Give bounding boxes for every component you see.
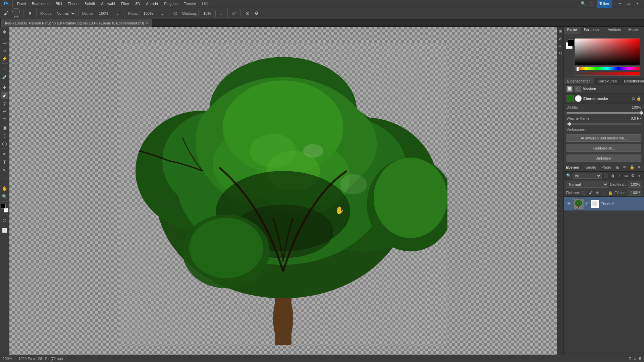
menu-bild[interactable]: Bild xyxy=(53,1,64,6)
tool-screen-mode[interactable]: ⬜ xyxy=(1,227,8,234)
tool-magic-wand[interactable]: ⚡ xyxy=(1,55,8,62)
tool-eraser[interactable]: ◻ xyxy=(1,116,8,123)
alpha-slider[interactable] xyxy=(575,72,640,76)
lock-position-btn[interactable]: ✥ xyxy=(595,190,600,196)
menu-filter[interactable]: Filter xyxy=(118,1,132,6)
tool-quick-mask[interactable]: ◎ xyxy=(1,216,8,224)
tool-history-brush[interactable]: ↩ xyxy=(1,108,8,115)
lock-pixels-btn[interactable]: 🖌 xyxy=(588,190,593,196)
tool-dodge[interactable]: ◯ xyxy=(1,140,8,147)
menu-fenster[interactable]: Fenster xyxy=(181,1,199,6)
filter-toggle[interactable]: ● xyxy=(637,173,642,178)
blend-mode-select[interactable]: Normal xyxy=(566,181,608,188)
dichte-options-icon[interactable]: ⌄ xyxy=(114,9,122,17)
farbbereich-btn[interactable]: Farbbereich... xyxy=(567,144,641,152)
layers-lock-icon[interactable]: 🔒 xyxy=(629,164,635,170)
opacity-input[interactable] xyxy=(628,181,642,188)
layers-strip-icon[interactable]: ≡ xyxy=(558,43,563,48)
filter-text-icon[interactable]: T xyxy=(616,173,622,178)
ebenenmaske-options-btn[interactable]: ⧉ xyxy=(632,96,635,101)
share-btn[interactable]: Teilen xyxy=(597,0,612,8)
dichte-slider[interactable] xyxy=(567,112,641,114)
tool-hand[interactable]: ✋ xyxy=(1,185,8,192)
layers-tab-kanaele[interactable]: Kanäle xyxy=(585,165,596,169)
tool-pen[interactable]: ✒ xyxy=(1,150,8,158)
status-grid-icon[interactable]: ⊞ xyxy=(638,356,641,361)
tool-heal[interactable]: ✚ xyxy=(1,83,8,91)
brush-options-icon[interactable]: ≡ xyxy=(26,9,34,17)
extra-icon[interactable]: ⚙ xyxy=(253,9,261,17)
layers-tab-ebenen[interactable]: Ebenen xyxy=(566,165,579,169)
layer-item-0[interactable]: 👁 🔗 xyxy=(564,197,644,211)
maximize-btn[interactable]: □ xyxy=(625,0,633,8)
ebenenmaske-section-header[interactable]: Ebenenmaske ⧉ 🔒 xyxy=(564,94,644,104)
tool-eyedropper[interactable]: 💉 xyxy=(1,73,8,80)
prop-tab-korrekturen[interactable]: Korrekturen xyxy=(594,78,621,84)
tool-shape[interactable]: ▭ xyxy=(1,174,8,182)
workspace-icon[interactable]: ⬛ xyxy=(588,0,596,8)
fg-color-swatch[interactable] xyxy=(1,204,6,208)
masken-section-header[interactable]: ⬜ ◯ Masken xyxy=(564,84,644,94)
filter-search-icon[interactable]: 🔍 xyxy=(566,173,571,178)
tool-zoom[interactable]: 🔍 xyxy=(1,193,8,200)
fluss-input[interactable] xyxy=(140,10,157,17)
brush-preview[interactable]: ○ xyxy=(12,8,20,15)
tool-crop[interactable]: ⌗ xyxy=(1,65,8,72)
tool-blur[interactable]: ◌ xyxy=(1,132,8,139)
umkehren-btn[interactable]: Umkehren xyxy=(567,155,641,162)
weiche-kante-slider[interactable] xyxy=(567,123,641,125)
tool-gradient[interactable]: ▣ xyxy=(1,124,8,131)
tab-muster[interactable]: Muster xyxy=(625,27,643,34)
tool-brush[interactable]: 🖌 xyxy=(1,92,8,99)
dichte-input[interactable] xyxy=(95,10,112,17)
menu-ansicht[interactable]: Ansicht xyxy=(143,1,161,6)
layers-grid-icon[interactable]: ⊞ xyxy=(615,164,621,170)
filter-pixel-icon[interactable]: ⬛ xyxy=(603,173,608,178)
brush-tool-icon[interactable]: 🖌 xyxy=(2,9,10,17)
menu-datei[interactable]: Datei xyxy=(14,1,29,6)
tab-verlaeufe[interactable]: Verläufe xyxy=(604,27,625,34)
hue-slider[interactable] xyxy=(575,66,640,70)
select-mask-btn[interactable]: Auswählen und maskieren... xyxy=(567,134,641,142)
tab-close-btn[interactable]: × xyxy=(146,21,148,25)
close-btn[interactable]: ✕ xyxy=(633,0,641,8)
prop-tab-eigenschaften[interactable]: Eigenschaften xyxy=(564,78,594,84)
lock-artboard-btn[interactable]: ◻ xyxy=(601,190,606,196)
tool-lasso[interactable]: ⌾ xyxy=(1,47,8,54)
tool-path-select[interactable]: ↖ xyxy=(1,166,8,174)
glaettung-input[interactable] xyxy=(198,10,216,17)
menu-plugins[interactable]: Plug-ins xyxy=(161,1,180,6)
tab-farbe[interactable]: Farbe xyxy=(564,27,581,34)
color-fg-swatch[interactable] xyxy=(568,40,575,46)
document-tab[interactable]: tree-7186835_Ramon Perucho auf Pixabay.j… xyxy=(1,19,152,27)
tab-farbfelder[interactable]: Farbfelder xyxy=(581,27,604,34)
fill-input[interactable] xyxy=(628,190,642,196)
lock-all-btn[interactable]: 🔒 xyxy=(608,190,613,196)
dichte-thumb[interactable] xyxy=(640,111,643,115)
layers-more-icon[interactable]: ≡ xyxy=(636,164,642,170)
layers-eye-icon[interactable]: 👁 xyxy=(622,164,628,170)
tool-stamp[interactable]: ◎ xyxy=(1,100,8,107)
prop-tab-bibliotheken[interactable]: Bibliotheken xyxy=(621,78,644,84)
search-icon[interactable]: 🔍 xyxy=(579,0,587,8)
tool-rect-select[interactable]: ▭ xyxy=(1,39,8,46)
ebenenmaske-lock-btn[interactable]: 🔒 xyxy=(636,96,641,101)
airbrush-icon[interactable]: ◎ xyxy=(171,9,179,17)
fluss-options-icon[interactable]: ⌄ xyxy=(158,9,166,17)
layers-tab-pfade[interactable]: Pfade xyxy=(601,165,611,169)
tool-text[interactable]: T xyxy=(1,158,8,166)
layer-kind-select[interactable]: Art xyxy=(573,173,602,179)
filter-adjust-icon[interactable]: ◑ xyxy=(610,173,615,178)
menu-bearbeiten[interactable]: Bearbeiten xyxy=(29,1,52,6)
color-panel-icon[interactable]: ▣ xyxy=(558,28,563,34)
angle-icon[interactable]: 0° xyxy=(230,9,238,17)
tool-move[interactable]: ✥ xyxy=(1,28,8,36)
minimize-btn[interactable]: ─ xyxy=(616,0,624,8)
menu-auswahl[interactable]: Auswahl xyxy=(98,1,118,6)
layer-vis-0[interactable]: 👁 xyxy=(566,201,572,207)
symmetry-icon[interactable]: ⧖ xyxy=(243,9,251,17)
menu-3d[interactable]: 3D xyxy=(132,1,143,6)
menu-hilfe[interactable]: Hilfe xyxy=(199,1,212,6)
brushes-panel-icon[interactable]: 🖌 xyxy=(558,36,563,41)
bg-color-swatch[interactable] xyxy=(4,208,8,213)
